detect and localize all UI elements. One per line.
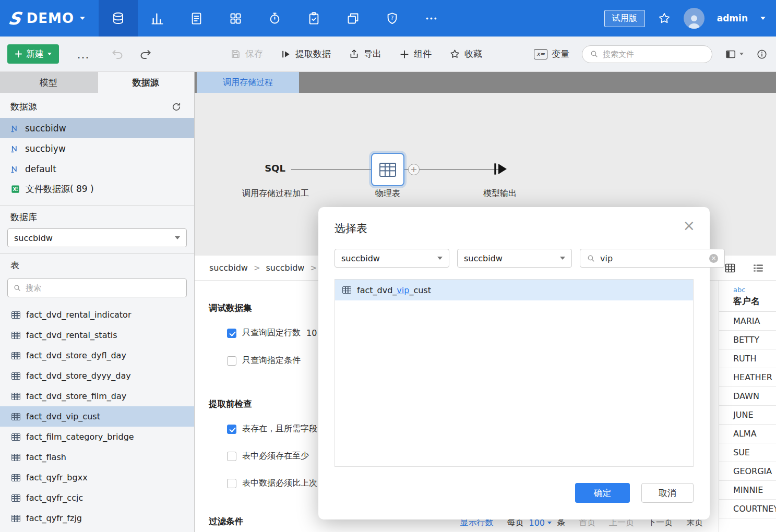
favorite-star-icon[interactable] [658,11,671,25]
preview-row: ALMA [719,425,776,443]
info-icon[interactable] [756,49,768,60]
tab-datasource[interactable]: 数据源 [98,72,195,93]
checkbox-unchecked[interactable] [227,479,236,488]
user-avatar[interactable] [684,8,705,29]
close-icon[interactable]: × [683,219,695,233]
more-actions-button[interactable]: … [77,51,90,57]
excel-file-icon: X [10,184,20,194]
module-icon [346,11,360,26]
table-result-row[interactable]: fact_dvd_vip_cust [335,280,693,300]
table-search-box[interactable] [7,279,187,297]
star-icon [449,49,460,59]
run-icon [281,49,291,59]
save-icon [230,49,241,59]
undo-icon[interactable] [111,48,124,61]
sql-node-label[interactable]: SQL [256,163,294,174]
layout-icon [725,49,736,60]
table-view-icon[interactable] [724,262,736,274]
nav-apps[interactable] [216,0,255,37]
export-button[interactable]: 导出 [349,48,381,60]
logo-icon: S [7,10,22,27]
document-tab[interactable]: 调用存储过程 [197,72,299,93]
layout-toggle[interactable] [725,49,744,60]
variable-button[interactable]: x= 变量 [534,48,569,60]
table-icon [11,433,20,441]
nav-tasks[interactable] [294,0,333,37]
table-item[interactable]: fact_flash [0,447,194,467]
step-label-procedure: 调用存储过程加工 [223,188,328,199]
favorite-button[interactable]: 收藏 [449,48,482,60]
workspace-switcher[interactable]: S DEMO [0,0,99,37]
table-item-label: fact_dvd_vip_cust [26,412,100,421]
option-label: 只查询固定行数 [242,328,301,338]
nav-datasource[interactable] [99,0,138,37]
modal-search-input[interactable] [600,253,705,263]
save-button[interactable]: 保存 [230,48,263,60]
model-output-icon[interactable] [492,161,509,177]
ok-button[interactable]: 确定 [575,483,630,503]
physical-table-node[interactable] [371,153,404,186]
chevron-down-icon[interactable] [760,17,766,20]
redo-icon[interactable] [139,48,152,61]
new-button[interactable]: 新建 [7,44,59,64]
modal-table-search[interactable]: × [580,249,725,268]
add-node-button[interactable]: + [408,164,420,175]
file-search-input[interactable] [603,50,705,59]
file-search-box[interactable] [582,45,712,63]
table-item[interactable]: fact_dvd_store_film_day [0,386,194,406]
checkbox-checked[interactable] [227,425,236,434]
table-item-selected[interactable]: fact_dvd_vip_cust [0,406,194,427]
datasource-item[interactable]: default [0,159,194,179]
shield-question-icon: ? [385,11,399,26]
nav-schedule[interactable] [255,0,294,37]
datasource-item[interactable]: succbiyw [0,138,194,159]
modal-schema-select[interactable]: succbidw [457,249,572,268]
table-item[interactable]: fact_dvd_store_dyfl_day [0,345,194,366]
breadcrumb-item[interactable]: succbidw [266,263,305,273]
checkbox-checked[interactable] [227,329,236,338]
bar-chart-icon [150,11,164,26]
table-item[interactable]: fact_dvd_rental_statis [0,325,194,345]
list-view-icon[interactable] [752,262,765,274]
table-item[interactable]: fact_dvd_rental_indicator [0,305,194,325]
nav-reports[interactable] [177,0,216,37]
select-table-dialog: 选择表 × succbidw succbidw × fact_dvd_ [318,207,710,519]
checkbox-unchecked[interactable] [227,452,236,461]
plus-icon [399,49,410,59]
left-sidebar: 模型 数据源 数据源 succbidw succbiyw default [0,72,195,532]
database-select[interactable]: succbidw [7,228,187,247]
breadcrumb-item[interactable]: succbidw [209,263,248,273]
option-label: 只查询指定条件 [242,355,301,366]
table-search-input[interactable] [26,283,181,293]
table-item[interactable]: fact_dvd_store_dyyy_day [0,366,194,386]
table-result-list: fact_dvd_vip_cust [335,279,694,467]
nav-more[interactable] [412,0,451,37]
table-icon [342,286,351,294]
navbar-right: 试用版 admin [604,8,776,29]
clear-icon[interactable]: × [709,254,718,263]
table-item[interactable]: fact_qyfr_bgxx [0,467,194,488]
checkbox-unchecked[interactable] [227,356,236,366]
datasource-list: succbidw succbiyw default X 文件数据源( 89 ) [0,118,194,199]
datasource-item-files[interactable]: X 文件数据源( 89 ) [0,179,194,199]
preview-row: DAWN [719,387,776,406]
tab-model[interactable]: 模型 [0,72,98,93]
database-select-value: succbidw [14,233,53,243]
nav-charts[interactable] [138,0,177,37]
result-suffix: _cust [409,285,431,295]
table-item[interactable]: fact_qyfr_fzjg [0,508,194,528]
component-button[interactable]: 组件 [399,48,432,60]
refresh-icon[interactable] [171,102,182,112]
nav-modules[interactable] [333,0,373,37]
datasource-item-label: succbiyw [25,143,66,154]
nav-security[interactable]: ? [373,0,412,37]
table-item[interactable]: fact_film_category_bridge [0,427,194,447]
apps-grid-icon [229,11,243,26]
datasource-item[interactable]: succbidw [0,118,194,138]
breadcrumb-separator: > [254,263,260,273]
modal-datasource-select[interactable]: succbidw [335,249,449,268]
view-toggle-group [724,262,765,274]
table-item[interactable]: fact_qyfr_ccjc [0,488,194,508]
extract-data-button[interactable]: 提取数据 [281,48,331,60]
cancel-button[interactable]: 取消 [641,483,694,503]
